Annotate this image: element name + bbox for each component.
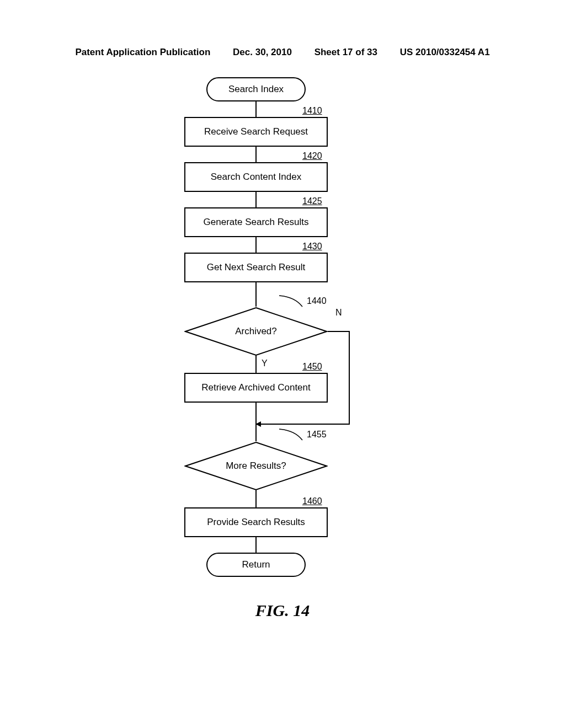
figure-caption: FIG. 14 [0, 601, 565, 620]
node-1425-label: Generate Search Results [204, 217, 309, 228]
node-1455-label: More Results? [226, 461, 286, 472]
node-end-label: Return [242, 559, 270, 570]
connector [255, 403, 257, 441]
pub-type: Patent Application Publication [75, 47, 210, 58]
node-1410: Receive Search Request [184, 117, 328, 147]
ref-1410: 1410 [302, 106, 322, 116]
ref-1440: 1440 [307, 296, 327, 306]
connector [255, 237, 257, 253]
ref-1425: 1425 [302, 196, 322, 206]
decision-no-label: N [335, 308, 342, 318]
connector [255, 147, 257, 162]
connector [349, 331, 350, 425]
node-start-label: Search Index [228, 84, 284, 95]
ref-1420: 1420 [302, 151, 322, 161]
connector [255, 537, 257, 553]
connector [328, 331, 350, 332]
ref-1430: 1430 [302, 242, 322, 251]
page-header: Patent Application Publication Dec. 30, … [0, 47, 565, 58]
ref-1455: 1455 [307, 430, 327, 440]
pub-date: Dec. 30, 2010 [233, 47, 292, 58]
node-1450: Retrieve Archived Content [184, 373, 328, 403]
connector [255, 282, 257, 307]
connector [255, 490, 257, 507]
node-1460-label: Provide Search Results [207, 517, 305, 528]
connector [260, 424, 350, 425]
node-1430-label: Get Next Search Result [207, 262, 306, 273]
node-1455: More Results? [184, 441, 328, 491]
ref-1450: 1450 [302, 362, 322, 372]
node-1440-label: Archived? [235, 326, 277, 337]
decision-yes-label: Y [262, 358, 268, 368]
node-1450-label: Retrieve Archived Content [201, 382, 311, 393]
node-1460: Provide Search Results [184, 507, 328, 537]
node-1430: Get Next Search Result [184, 253, 328, 282]
connector [255, 355, 257, 373]
node-1420-label: Search Content Index [211, 172, 301, 183]
connector [255, 101, 257, 117]
ref-1460: 1460 [302, 496, 322, 506]
ref-leader-1455 [278, 428, 311, 442]
node-1420: Search Content Index [184, 162, 328, 192]
node-1440: Archived? [184, 307, 328, 356]
node-end: Return [206, 553, 306, 577]
pub-number: US 2010/0332454 A1 [400, 47, 490, 58]
node-1425: Generate Search Results [184, 207, 328, 237]
node-1410-label: Receive Search Request [204, 126, 308, 137]
node-start: Search Index [206, 77, 306, 101]
sheet-info: Sheet 17 of 33 [315, 47, 377, 58]
connector [255, 192, 257, 207]
